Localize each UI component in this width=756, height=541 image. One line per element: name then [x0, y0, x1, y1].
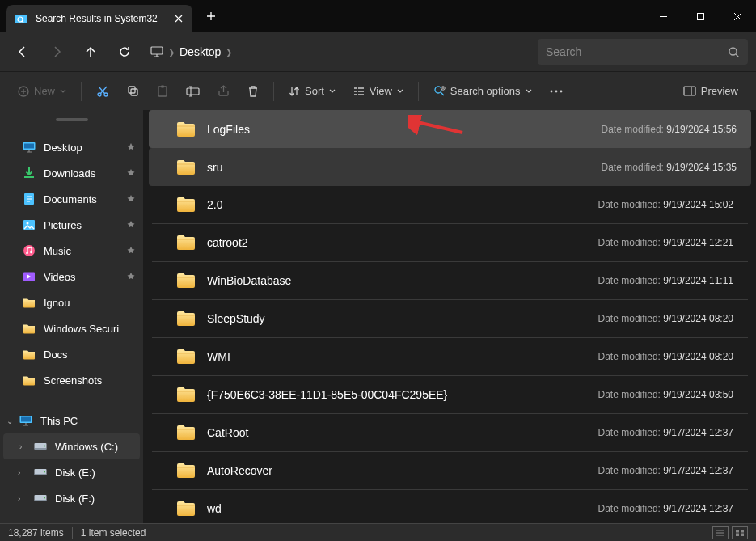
- svg-rect-9: [129, 87, 135, 93]
- tab-title: Search Results in System32: [36, 13, 165, 24]
- more-button[interactable]: [542, 77, 571, 106]
- svg-point-16: [550, 90, 552, 92]
- file-row[interactable]: WinBioDatabaseDate modified: 9/19/2024 1…: [152, 262, 748, 300]
- svg-point-35: [44, 471, 45, 473]
- sidebar-item-ignou[interactable]: Ignou: [0, 290, 143, 315]
- breadcrumb-segment[interactable]: Desktop: [179, 45, 221, 58]
- breadcrumb[interactable]: ❯ Desktop ❯: [144, 45, 533, 58]
- sidebar-item-videos[interactable]: Videos: [0, 264, 143, 290]
- paste-button[interactable]: [149, 77, 176, 106]
- svg-point-27: [30, 251, 32, 254]
- share-button[interactable]: [209, 77, 238, 106]
- back-button[interactable]: [8, 37, 37, 66]
- forward-button[interactable]: [42, 37, 71, 66]
- file-list[interactable]: LogFilesDate modified: 9/19/2024 15:56sr…: [144, 110, 756, 523]
- maximize-button[interactable]: [682, 0, 719, 32]
- svg-point-18: [560, 90, 562, 92]
- file-row[interactable]: WMIDate modified: 9/19/2024 08:20: [152, 338, 748, 376]
- chevron-down-icon: [526, 89, 532, 93]
- rename-button[interactable]: [178, 77, 208, 106]
- new-tab-button[interactable]: [199, 4, 223, 28]
- svg-rect-19: [684, 87, 695, 95]
- refresh-button[interactable]: [110, 37, 139, 66]
- file-row[interactable]: sruDate modified: 9/19/2024 15:35: [149, 148, 751, 186]
- sidebar-item-label: Disk (F:): [55, 492, 95, 505]
- separator: [418, 82, 419, 101]
- sidebar-item-label: Documents: [44, 193, 97, 205]
- sidebar-drive[interactable]: ›Disk (F:): [0, 485, 143, 511]
- chevron-right-icon: ❯: [168, 48, 175, 57]
- svg-rect-39: [35, 500, 47, 501]
- sidebar-item-music[interactable]: Music: [0, 238, 143, 264]
- file-date: Date modified: 9/19/2024 15:35: [602, 162, 737, 173]
- file-row[interactable]: wdDate modified: 9/17/2024 12:37: [152, 490, 748, 523]
- file-date: Date modified: 9/19/2024 15:56: [602, 124, 737, 135]
- file-name: catroot2: [207, 236, 248, 249]
- file-name: CatRoot: [207, 426, 248, 439]
- sidebar-item-label: Disk (E:): [55, 467, 95, 479]
- copy-button[interactable]: [119, 77, 147, 106]
- annotation-arrow-icon: [408, 115, 464, 137]
- file-date: Date modified: 9/19/2024 08:20: [598, 313, 733, 324]
- svg-rect-11: [158, 87, 167, 96]
- minimize-button[interactable]: [644, 0, 682, 32]
- chevron-down-icon: [397, 89, 403, 93]
- file-row[interactable]: LogFilesDate modified: 9/19/2024 15:56: [149, 110, 751, 148]
- file-row[interactable]: catroot2Date modified: 9/19/2024 12:21: [152, 224, 748, 262]
- file-row[interactable]: SleepStudyDate modified: 9/19/2024 08:20: [152, 300, 748, 338]
- sidebar-item-docs[interactable]: Docs: [0, 341, 143, 367]
- sort-button[interactable]: Sort: [281, 77, 344, 106]
- file-row[interactable]: {F750E6C3-38EE-11D1-85E5-00C04FC295EE}Da…: [152, 376, 748, 414]
- separator: [81, 82, 82, 101]
- sidebar-drive[interactable]: ›Disk (E:): [0, 459, 143, 485]
- delete-button[interactable]: [239, 77, 267, 106]
- svg-point-14: [435, 87, 441, 93]
- search-input[interactable]: Search: [538, 39, 748, 65]
- sidebar-item-this-pc[interactable]: ⌄This PC: [0, 408, 143, 433]
- titlebar: Search Results in System32: [0, 0, 756, 32]
- pin-icon: [127, 247, 135, 255]
- sidebar-item-downloads[interactable]: Downloads: [0, 160, 143, 186]
- item-count: 18,287 items: [8, 527, 64, 539]
- file-name: sru: [207, 161, 222, 174]
- file-date: Date modified: 9/19/2024 12:21: [598, 237, 733, 248]
- search-placeholder: Search: [546, 45, 581, 58]
- sidebar-item-documents[interactable]: Documents: [0, 186, 143, 212]
- thumbnails-view-toggle[interactable]: [732, 526, 748, 539]
- sidebar-item-windows-securi[interactable]: Windows Securi: [0, 315, 143, 341]
- sidebar-item-desktop[interactable]: Desktop: [0, 134, 143, 160]
- sidebar[interactable]: DesktopDownloadsDocumentsPicturesMusicVi…: [0, 110, 144, 523]
- file-row[interactable]: CatRootDate modified: 9/17/2024 12:37: [152, 414, 748, 452]
- sidebar-item-label: Screenshots: [44, 374, 102, 387]
- sidebar-drive[interactable]: ›Windows (C:): [3, 433, 140, 459]
- file-date: Date modified: 9/17/2024 12:37: [598, 503, 733, 514]
- file-name: wd: [207, 502, 222, 515]
- file-date: Date modified: 9/19/2024 11:11: [598, 275, 733, 286]
- pin-icon: [127, 195, 135, 203]
- file-row[interactable]: AutoRecoverDate modified: 9/17/2024 12:3…: [152, 452, 748, 490]
- cut-button[interactable]: [88, 77, 117, 106]
- svg-point-25: [23, 245, 35, 256]
- up-button[interactable]: [76, 37, 105, 66]
- new-button[interactable]: New: [10, 77, 74, 106]
- close-window-button[interactable]: [719, 0, 756, 32]
- sidebar-item-pictures[interactable]: Pictures: [0, 212, 143, 238]
- close-tab-button[interactable]: [173, 13, 184, 24]
- sidebar-item-label: Desktop: [44, 142, 82, 154]
- svg-point-8: [104, 93, 108, 96]
- pin-icon: [127, 221, 135, 229]
- file-name: WMI: [207, 350, 230, 363]
- search-options-button[interactable]: Search options: [425, 77, 540, 106]
- file-row[interactable]: 2.0Date modified: 9/19/2024 15:02: [152, 186, 748, 224]
- sidebar-item-screenshots[interactable]: Screenshots: [0, 367, 143, 393]
- file-date: Date modified: 9/17/2024 12:37: [598, 427, 733, 438]
- details-view-toggle[interactable]: [712, 526, 729, 539]
- svg-point-26: [26, 252, 28, 255]
- sidebar-item-label: This PC: [40, 415, 78, 427]
- svg-point-5: [729, 48, 737, 55]
- active-tab[interactable]: Search Results in System32: [6, 5, 192, 32]
- view-button[interactable]: View: [345, 77, 412, 106]
- preview-button[interactable]: Preview: [675, 77, 746, 106]
- chevron-right-icon: ›: [18, 494, 20, 503]
- sidebar-item-label: Windows (C:): [55, 441, 118, 453]
